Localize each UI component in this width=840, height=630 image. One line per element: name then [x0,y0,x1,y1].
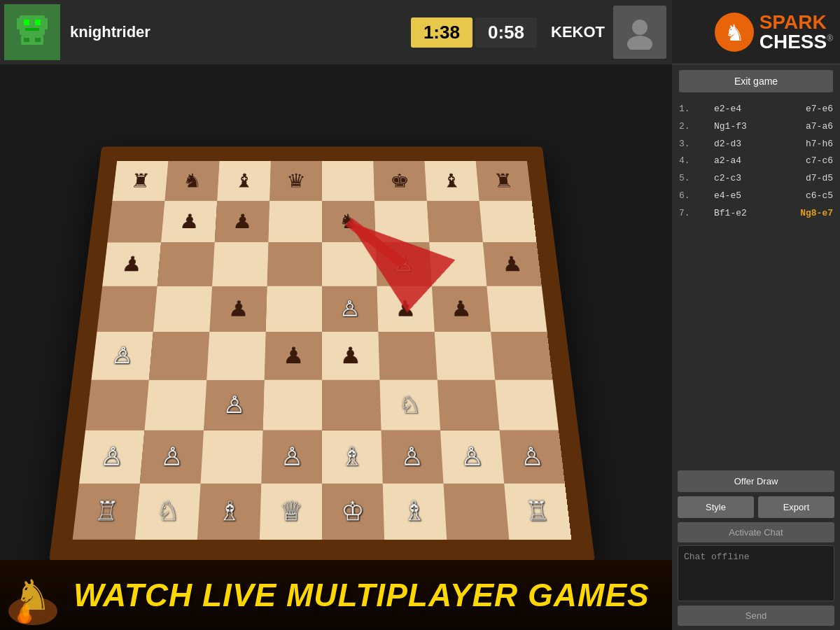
board-cell-c5[interactable]: ♟ [209,286,267,332]
board-cell-e4[interactable]: ♟ [322,332,379,380]
chess-piece-f3[interactable]: ♘ [398,393,421,416]
chess-piece-f2[interactable]: ♙ [400,444,424,469]
chess-piece-g8[interactable]: ♝ [441,172,462,190]
board-cell-g1[interactable] [443,484,509,540]
board-cell-h5[interactable] [486,286,547,332]
chess-piece-h1[interactable]: ♖ [524,498,550,524]
board-cell-f4[interactable] [378,332,437,380]
chess-piece-e1[interactable]: ♔ [341,498,365,524]
offer-draw-button[interactable]: Offer Draw [678,470,834,492]
board-cell-g8[interactable]: ♝ [424,161,479,201]
board-cell-f5[interactable]: ♟ [377,286,434,332]
board-cell-a3[interactable] [85,380,149,430]
board-cell-b5[interactable] [153,286,212,332]
board-cell-f1[interactable]: ♗ [383,484,447,540]
chess-piece-f1[interactable]: ♗ [402,498,427,524]
chess-piece-g2[interactable]: ♙ [460,444,484,469]
chess-piece-d8[interactable]: ♛ [286,172,306,190]
chess-piece-h6[interactable]: ♟ [500,253,523,274]
board-cell-d5[interactable] [266,286,322,332]
board-cell-d6[interactable] [267,242,322,286]
board-cell-c7[interactable]: ♟ [215,201,270,242]
board-cell-d4[interactable]: ♟ [265,332,322,380]
board-cell-a6[interactable]: ♟ [102,242,161,286]
chess-piece-e7[interactable]: ♞ [338,211,358,231]
board-cell-h7[interactable] [479,201,537,242]
chess-piece-c1[interactable]: ♗ [218,498,242,524]
board-cell-b1[interactable]: ♘ [135,484,201,540]
chess-piece-c5[interactable]: ♟ [227,298,249,320]
board-cell-h8[interactable]: ♜ [476,161,532,201]
chess-piece-b8[interactable]: ♞ [182,172,203,190]
board-cell-d8[interactable]: ♛ [270,161,322,201]
chess-piece-b7[interactable]: ♟ [178,211,200,231]
chess-piece-h2[interactable]: ♙ [519,444,545,469]
chess-piece-a2[interactable]: ♙ [99,444,125,469]
board-cell-a4[interactable]: ♙ [91,332,153,380]
chess-piece-f5[interactable]: ♟ [395,298,416,320]
chess-piece-a8[interactable]: ♜ [130,172,151,190]
send-button[interactable]: Send [678,606,834,626]
board-cell-a7[interactable] [107,201,164,242]
board-cell-b8[interactable]: ♞ [164,161,219,201]
board-cell-g5[interactable]: ♟ [432,286,491,332]
board-cell-b3[interactable] [144,380,206,430]
board-cell-h1[interactable]: ♖ [504,484,571,540]
board-cell-e2[interactable]: ♗ [322,430,383,484]
board-cell-c2[interactable] [201,430,263,484]
board-cell-g2[interactable]: ♙ [440,430,504,484]
board-cell-c3[interactable]: ♙ [204,380,265,430]
board-cell-f8[interactable]: ♚ [373,161,427,201]
chess-piece-a1[interactable]: ♖ [94,498,120,524]
board-cell-b7[interactable]: ♟ [161,201,217,242]
chess-piece-b1[interactable]: ♘ [155,498,181,524]
board-cell-h2[interactable]: ♙ [500,430,565,484]
board-cell-e6[interactable] [322,242,377,286]
chess-piece-d1[interactable]: ♕ [279,498,303,524]
board-cell-d2[interactable]: ♙ [261,430,322,484]
export-button[interactable]: Export [758,496,834,518]
board-cell-c4[interactable] [206,332,265,380]
chess-piece-a4[interactable]: ♙ [111,344,134,368]
chess-piece-g5[interactable]: ♟ [449,298,472,320]
chess-piece-c8[interactable]: ♝ [234,172,254,190]
style-button[interactable]: Style [678,496,754,518]
board-cell-e3[interactable] [322,380,382,430]
board-cell-b6[interactable] [158,242,215,286]
chess-piece-f6[interactable]: ♙ [393,253,414,274]
chess-piece-h8[interactable]: ♜ [493,172,514,190]
chess-piece-b2[interactable]: ♙ [160,444,184,469]
board-cell-e5[interactable]: ♙ [322,286,378,332]
board-cell-e1[interactable]: ♔ [322,484,384,540]
chess-piece-e4[interactable]: ♟ [340,344,361,368]
board-cell-e7[interactable]: ♞ [322,201,376,242]
board-cell-c6[interactable] [212,242,268,286]
board-cell-g6[interactable] [429,242,486,286]
board-cell-g7[interactable] [427,201,483,242]
board-cell-a1[interactable]: ♖ [73,484,140,540]
board-cell-c1[interactable]: ♗ [197,484,261,540]
board-cell-c8[interactable]: ♝ [217,161,271,201]
chess-piece-e5[interactable]: ♙ [340,298,360,320]
chess-piece-a6[interactable]: ♟ [120,253,143,274]
board-cell-d1[interactable]: ♕ [260,484,322,540]
chess-piece-c3[interactable]: ♙ [223,393,246,416]
board-cell-f2[interactable]: ♙ [382,430,444,484]
board-cell-e8[interactable] [322,161,374,201]
board-cell-h3[interactable] [495,380,559,430]
chess-piece-d2[interactable]: ♙ [281,444,304,469]
board-cell-a2[interactable]: ♙ [79,430,144,484]
chess-piece-e2[interactable]: ♗ [340,444,363,469]
board-cell-d3[interactable] [262,380,322,430]
board-cell-g4[interactable] [435,332,495,380]
board-cell-a5[interactable] [97,286,157,332]
chess-piece-c7[interactable]: ♟ [232,211,253,231]
board-cell-g3[interactable] [438,380,500,430]
board-cell-d7[interactable] [268,201,322,242]
board-cell-b2[interactable]: ♙ [140,430,204,484]
board-cell-f3[interactable]: ♘ [379,380,440,430]
board-cell-b4[interactable] [149,332,209,380]
board-cell-f7[interactable] [374,201,429,242]
board-cell-h4[interactable] [491,332,552,380]
board-cell-h6[interactable]: ♟ [483,242,542,286]
